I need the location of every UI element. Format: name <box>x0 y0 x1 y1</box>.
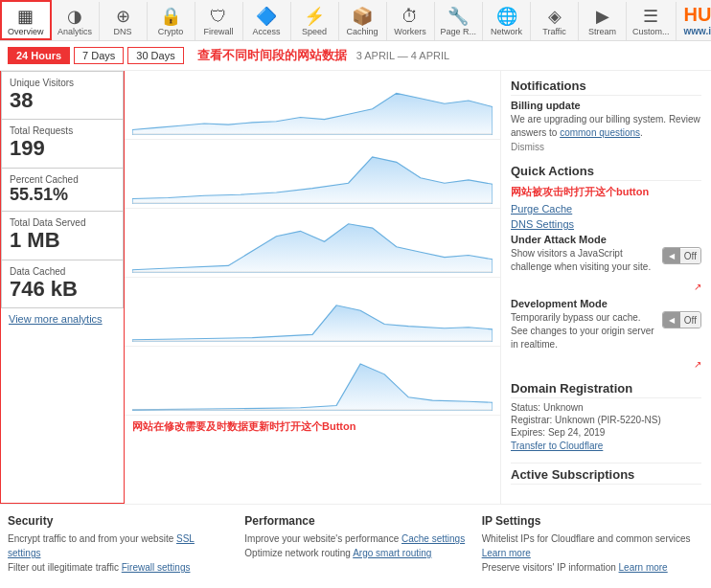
time-btn-7d[interactable]: 7 Days <box>74 47 124 64</box>
toggle-track-dev: ◀ <box>663 312 680 328</box>
chart-cached <box>125 209 500 278</box>
firewall-settings-link[interactable]: Firewall settings <box>122 562 191 573</box>
time-filter-bar: 24 Hours 7 Days 30 Days 查看不同时间段的网站数据 3 A… <box>0 41 711 71</box>
nav-label-stream: Stream <box>588 27 616 36</box>
network-icon: 🌐 <box>496 8 517 25</box>
dismiss-button[interactable]: Dismiss <box>511 142 701 152</box>
nav-item-traffic[interactable]: ◈ Traffic <box>531 2 579 40</box>
under-attack-desc: Show visitors a JavaScript challenge whe… <box>511 247 658 274</box>
toggle-label-attack: Off <box>680 249 700 263</box>
nav-label-custom: Custom... <box>632 27 670 36</box>
stat-label-visitors: Unique Visitors <box>10 78 115 88</box>
nav-item-network[interactable]: 🌐 Network <box>483 2 531 40</box>
page-rules-icon: 🔧 <box>447 8 469 25</box>
active-subscriptions-title: Active Subscriptions <box>511 467 701 485</box>
stat-percent-cached: Percent Cached 55.51% <box>1 168 124 213</box>
common-questions-link[interactable]: common questions <box>560 127 640 138</box>
chart-data-served-svg <box>132 284 493 342</box>
nav-item-page-rules[interactable]: 🔧 Page R... <box>435 2 484 40</box>
ip-text2: Preserve visitors' IP information Learn … <box>482 560 703 575</box>
stat-value-cached: 55.51% <box>10 185 115 206</box>
time-btn-30d[interactable]: 30 Days <box>127 47 183 64</box>
domain-status: Status: Unknown <box>511 402 701 413</box>
under-attack-section: Under Attack Mode Show visitors a JavaSc… <box>511 234 701 292</box>
argo-link[interactable]: Argo smart routing <box>353 548 431 558</box>
under-attack-toggle-row: Show visitors a JavaScript challenge whe… <box>511 247 701 274</box>
chart-visitors <box>125 71 500 140</box>
stat-label-dcached: Data Cached <box>10 266 115 277</box>
access-icon: 🔷 <box>256 8 277 25</box>
dev-mode-toggle[interactable]: ◀ Off <box>662 311 701 328</box>
bottom-section: Security Encrypt traffic to and from you… <box>0 504 711 584</box>
performance-text1: Improve your website's performance Cache… <box>244 531 466 546</box>
nav-label-workers: Workers <box>394 27 425 36</box>
dev-mode-section: Development Mode Temporarily bypass our … <box>511 298 701 370</box>
ip-text1: Whitelist IPs for Cloudflare and common … <box>482 531 703 560</box>
purge-cache-link[interactable]: Purge Cache <box>511 203 701 215</box>
time-btn-24h[interactable]: 24 Hours <box>8 47 70 64</box>
nav-label-caching: Caching <box>347 27 378 36</box>
performance-title: Performance <box>244 514 466 528</box>
chart-requests <box>125 140 500 209</box>
stat-label-data: Total Data Served <box>10 217 115 228</box>
under-attack-toggle[interactable]: ◀ Off <box>662 247 701 264</box>
nav-item-custom[interactable]: ☰ Custom... <box>627 2 677 40</box>
billing-title: Billing update <box>511 100 701 111</box>
security-col: Security Encrypt traffic to and from you… <box>8 514 229 575</box>
ip-learn-more-link2[interactable]: Learn more <box>619 562 668 573</box>
logo: HUNK www.imhunk.com <box>677 0 711 40</box>
nav-label-speed: Speed <box>302 27 327 36</box>
transfer-link[interactable]: Transfer to Cloudflare <box>511 441 603 451</box>
security-text1: Encrypt traffic to and from your website… <box>8 531 229 560</box>
under-attack-label: Under Attack Mode <box>511 234 701 245</box>
toggle-label-dev: Off <box>680 313 700 328</box>
nav-item-crypto[interactable]: 🔒 Crypto <box>148 2 195 40</box>
nav-label-network: Network <box>491 27 522 36</box>
security-title: Security <box>8 514 229 528</box>
nav-item-overview[interactable]: ▦ Overview <box>0 0 52 40</box>
chart-data-served <box>125 278 500 347</box>
stat-label-cached: Percent Cached <box>10 174 115 185</box>
nav-item-firewall[interactable]: 🛡 Firewall <box>195 2 243 40</box>
firewall-icon: 🛡 <box>210 8 227 25</box>
dns-settings-link[interactable]: DNS Settings <box>511 218 701 230</box>
main-content: Unique Visitors 38 Total Requests 199 Pe… <box>0 71 711 504</box>
nav-item-stream[interactable]: ▶ Stream <box>579 2 627 40</box>
stat-value-requests: 199 <box>10 136 115 161</box>
nav-item-dns[interactable]: ⊕ DNS <box>100 2 148 40</box>
logo-url: www.imhunk.com <box>684 26 711 36</box>
chart-data-cached-svg <box>132 353 493 411</box>
logo-text: HUNK <box>684 4 711 25</box>
cache-settings-link[interactable]: Cache settings <box>401 533 465 544</box>
nav-items-container: ▦ Overview ◑ Analytics ⊕ DNS 🔒 Crypto 🛡 … <box>0 0 677 40</box>
attack-note: 网站被攻击时打开这个button <box>511 185 701 199</box>
nav-item-speed[interactable]: ⚡ Speed <box>291 2 339 40</box>
ip-settings-title: IP Settings <box>482 514 703 528</box>
time-note: 查看不同时间段的网站数据 <box>197 47 347 64</box>
nav-label-overview: Overview <box>8 27 44 36</box>
dev-mode-desc: Temporarily bypass our cache. See change… <box>511 311 658 351</box>
workers-icon: ⏱ <box>401 8 419 25</box>
nav-label-crypto: Crypto <box>158 27 184 36</box>
nav-item-workers[interactable]: ⏱ Workers <box>387 2 435 40</box>
stat-data-cached: Data Cached 746 kB <box>1 260 124 308</box>
stat-unique-visitors: Unique Visitors 38 <box>1 71 124 120</box>
view-more-analytics[interactable]: View more analytics <box>1 307 124 330</box>
top-navigation: ▦ Overview ◑ Analytics ⊕ DNS 🔒 Crypto 🛡 … <box>0 0 711 41</box>
nav-item-access[interactable]: 🔷 Access <box>243 2 291 40</box>
stats-panel: Unique Visitors 38 Total Requests 199 Pe… <box>0 71 125 504</box>
speed-icon: ⚡ <box>304 8 325 25</box>
custom-icon: ☰ <box>643 8 658 25</box>
nav-label-dns: DNS <box>114 27 132 36</box>
dev-mode-label: Development Mode <box>511 298 701 309</box>
chart-data-cached <box>125 347 500 416</box>
notifications-section: Notifications Billing update We are upgr… <box>511 79 701 152</box>
stat-total-data: Total Data Served 1 MB <box>1 211 124 260</box>
performance-text2: Optimize network routing Argo smart rout… <box>244 546 466 560</box>
dev-mode-toggle-row: Temporarily bypass our cache. See change… <box>511 311 701 351</box>
nav-label-page-rules: Page R... <box>441 27 477 36</box>
nav-item-analytics[interactable]: ◑ Analytics <box>52 2 100 40</box>
ip-settings-col: IP Settings Whitelist IPs for Cloudflare… <box>482 514 703 575</box>
nav-item-caching[interactable]: 📦 Caching <box>339 2 387 40</box>
ip-learn-more-link1[interactable]: Learn more <box>482 548 531 558</box>
